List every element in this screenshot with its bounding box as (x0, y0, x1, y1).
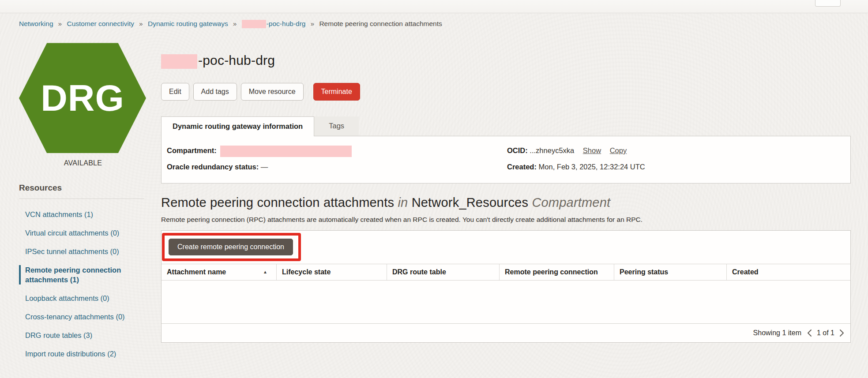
ocid-value: ...zhneyc5xka (530, 146, 574, 154)
add-tags-button[interactable]: Add tags (193, 83, 237, 101)
tab-dynamic-routing-gateway-information[interactable]: Dynamic routing gateway information (161, 116, 314, 136)
redaction-block (161, 54, 197, 69)
created-label: Created: (507, 163, 537, 171)
sidebar-item-ipsec-tunnel-attachments[interactable]: IPSec tunnel attachments (0) (19, 247, 143, 256)
resources-heading: Resources (19, 183, 161, 193)
sidebar-item-remote-peering-connection-attachments[interactable]: Remote peering connection attachments (1… (19, 265, 143, 284)
breadcrumb-separator: » (139, 20, 143, 27)
drg-hexagon-icon: DRG (19, 43, 146, 153)
column-header-peering-status[interactable]: Peering status (614, 264, 726, 280)
page-indicator: 1 of 1 (817, 329, 834, 337)
main-column: -poc-hub-drg Edit Add tags Move resource… (161, 41, 851, 367)
breadcrumb-separator: » (311, 20, 314, 27)
sidebar-item-virtual-circuit-attachments[interactable]: Virtual circuit attachments (0) (19, 228, 143, 238)
breadcrumb: Networking » Customer connectivity » Dyn… (19, 19, 851, 28)
left-rail: DRG AVAILABLE Resources VCN attachments … (19, 41, 161, 367)
annotation-highlight-box: Create remote peering connection (162, 233, 301, 261)
column-header-created[interactable]: Created (726, 264, 850, 280)
table-footer: Showing 1 item 1 of 1 (162, 324, 850, 342)
compartment-field: Compartment: (167, 145, 507, 157)
drg-hexagon-label: DRG (41, 77, 124, 120)
content: DRG AVAILABLE Resources VCN attachments … (19, 41, 851, 367)
resource-icon-block: DRG AVAILABLE (19, 43, 147, 167)
terminate-button[interactable]: Terminate (313, 83, 360, 101)
sidebar-item-cross-tenancy-attachments[interactable]: Cross-tenancy attachments (0) (19, 312, 143, 322)
compartment-label: Compartment: (167, 146, 217, 154)
sidebar-item-drg-route-tables[interactable]: DRG route tables (3) (19, 330, 143, 340)
column-header-lifecycle-state[interactable]: Lifecycle state (276, 264, 387, 280)
status-badge: AVAILABLE (19, 159, 147, 167)
page-title: -poc-hub-drg (161, 53, 851, 69)
redundancy-value: — (261, 163, 268, 171)
breadcrumb-current: Remote peering connection attachments (319, 20, 442, 27)
ocid-copy-link[interactable]: Copy (610, 146, 627, 154)
page: Networking » Customer connectivity » Dyn… (0, 0, 868, 367)
sidebar-item-vcn-attachments[interactable]: VCN attachments (1) (19, 210, 143, 219)
sidebar-item-loopback-attachments[interactable]: Loopback attachments (0) (19, 293, 143, 303)
actions-row: Edit Add tags Move resource Terminate (161, 83, 851, 101)
breadcrumb-link-networking[interactable]: Networking (19, 20, 53, 27)
table-header-row: Attachment name ▲ Lifecycle state DRG ro… (162, 264, 850, 281)
tab-tags[interactable]: Tags (314, 116, 359, 136)
gateway-information-panel: Compartment: OCID: ...zhneyc5xka Show Co… (161, 136, 851, 183)
attachments-table-card: Create remote peering connection Attachm… (161, 230, 851, 343)
column-header-attachment-name[interactable]: Attachment name ▲ (162, 264, 276, 280)
chevron-left-icon[interactable] (807, 329, 812, 337)
create-remote-peering-connection-button[interactable]: Create remote peering connection (169, 239, 293, 255)
column-header-drg-route-table[interactable]: DRG route table (387, 264, 499, 280)
edit-button[interactable]: Edit (161, 83, 189, 101)
section-heading-in: in (398, 195, 408, 210)
chevron-right-icon[interactable] (839, 329, 844, 337)
breadcrumb-link-customer-connectivity[interactable]: Customer connectivity (67, 20, 134, 27)
table-body-empty (162, 281, 850, 324)
breadcrumb-separator: » (233, 20, 237, 27)
column-header-label: Attachment name (167, 268, 226, 276)
sidebar-item-import-route-distributions[interactable]: Import route distributions (2) (19, 349, 143, 359)
page-title-text: -poc-hub-drg (198, 53, 275, 67)
ocid-show-link[interactable]: Show (583, 146, 601, 154)
section-heading-compartment-name: Network_Resources (412, 195, 529, 210)
resources-list: VCN attachments (1) Virtual circuit atta… (19, 210, 161, 359)
created-value: Mon, Feb 3, 2025, 12:32:24 UTC (539, 163, 645, 171)
section-description: Remote peering connection (RPC) attachme… (161, 216, 851, 224)
breadcrumb-link-drg-name[interactable]: -poc-hub-drg (267, 20, 306, 27)
section-heading-main: Remote peering connection attachments (161, 195, 394, 210)
redundancy-label: Oracle redundancy status: (167, 163, 259, 171)
move-resource-button[interactable]: Move resource (241, 83, 304, 101)
sort-ascending-icon: ▲ (263, 269, 267, 274)
ocid-field: OCID: ...zhneyc5xka Show Copy (507, 145, 845, 157)
section-heading-compartment-word: Compartment (532, 195, 610, 210)
redundancy-field: Oracle redundancy status: — (167, 161, 507, 172)
pagination: 1 of 1 (807, 329, 844, 337)
breadcrumb-separator: » (58, 20, 62, 27)
rail-divider (19, 198, 144, 199)
created-field: Created: Mon, Feb 3, 2025, 12:32:24 UTC (507, 161, 845, 172)
redaction-block (220, 146, 352, 157)
ocid-label: OCID: (507, 146, 528, 154)
table-toolbar: Create remote peering connection (162, 231, 850, 264)
redaction-block (242, 20, 266, 28)
breadcrumb-link-dynamic-routing-gateways[interactable]: Dynamic routing gateways (148, 20, 228, 27)
column-header-remote-peering-connection[interactable]: Remote peering connection (499, 264, 614, 280)
section-heading: Remote peering connection attachments in… (161, 195, 851, 210)
tabs-row: Dynamic routing gateway information Tags (161, 116, 851, 136)
showing-items-text: Showing 1 item (753, 329, 801, 337)
